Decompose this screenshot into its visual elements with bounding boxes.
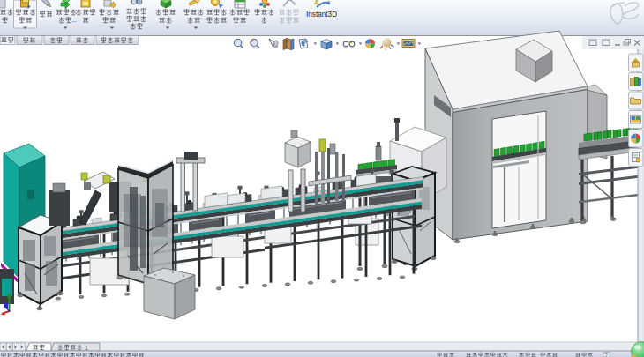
svg-text:1: 1 xyxy=(85,345,88,351)
svg-text:...: ... xyxy=(71,17,77,23)
svg-text:Instant3D: Instant3D xyxy=(306,11,337,19)
